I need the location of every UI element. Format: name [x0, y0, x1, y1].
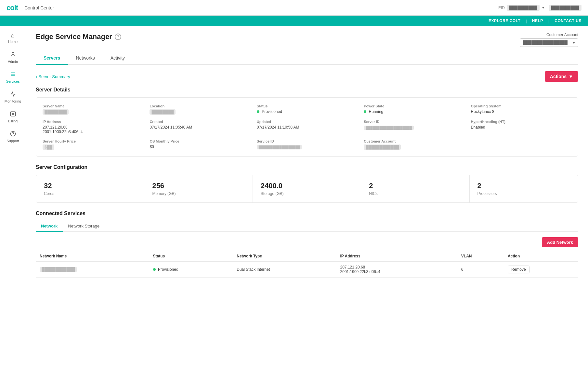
network-status-dot — [153, 268, 156, 271]
sidebar-item-support[interactable]: Support — [0, 128, 26, 146]
network-vlan-cell: 6 — [457, 261, 504, 278]
config-storage-number: 2400.0 — [261, 182, 353, 190]
actions-button[interactable]: Actions ▼ — [545, 71, 578, 82]
top-header: colt Control Center EID ██████████ ▼ ███… — [0, 0, 588, 16]
sidebar-item-monitoring[interactable]: Monitoring — [0, 88, 26, 106]
field-server-id-label: Server ID — [364, 120, 464, 124]
field-location-label: Location — [150, 104, 250, 108]
server-config-title: Server Configuration — [36, 164, 578, 170]
sidebar: ⌂ Home Admin Services Monitoring Billi — [0, 26, 26, 385]
customer-account-select[interactable]: ████████████████ — [520, 38, 578, 47]
sidebar-item-label-services: Services — [6, 79, 20, 83]
sidebar-item-admin[interactable]: Admin — [0, 48, 26, 67]
network-name-value: ████████████ — [40, 267, 77, 272]
network-ip-cell: 207.121.20.68 2001:1900:22b3:d06::4 — [336, 261, 457, 278]
config-memory-label: Memory (GB) — [152, 191, 244, 196]
billing-icon — [10, 111, 16, 118]
config-processors-number: 2 — [477, 182, 570, 190]
field-os-price-label: OS Monthly Price — [150, 139, 250, 143]
field-updated-label: Updated — [257, 120, 357, 124]
field-server-name-value: ████████ — [43, 109, 69, 115]
sidebar-item-billing[interactable]: Billing — [0, 108, 26, 126]
field-hourly-label: Server Hourly Price — [43, 139, 143, 143]
home-icon: ⌂ — [11, 33, 15, 38]
nav-divider-1: | — [526, 19, 527, 23]
add-network-button[interactable]: Add Network — [542, 237, 578, 247]
config-nics-number: 2 — [369, 182, 461, 190]
page-title: Edge Service Manager — [36, 33, 112, 41]
eid-label: EID — [498, 6, 505, 10]
remove-network-button[interactable]: Remove — [508, 266, 529, 273]
customer-account-label: Customer Account — [520, 33, 578, 37]
field-power-state-label: Power State — [364, 104, 464, 108]
config-cores-label: Cores — [44, 191, 136, 196]
eid-value: ██████████ — [507, 5, 540, 11]
nav-divider-2: | — [548, 19, 549, 23]
server-config-card: 32 Cores 256 Memory (GB) 2400.0 Storage … — [36, 175, 578, 203]
nav-help[interactable]: HELP — [532, 19, 543, 23]
brand-logo: colt — [7, 4, 18, 12]
network-name-cell: ████████████ — [36, 261, 149, 278]
field-hourly-value: $██ — [43, 144, 54, 150]
network-action-cell: Remove — [504, 261, 578, 278]
status-dot-provisioned — [257, 110, 259, 113]
tab-networks[interactable]: Networks — [68, 52, 102, 65]
tab-activity[interactable]: Activity — [103, 52, 133, 65]
col-network-name: Network Name — [36, 251, 149, 261]
sidebar-item-label-support: Support — [7, 139, 19, 143]
admin-icon — [10, 51, 16, 58]
support-icon — [10, 131, 16, 138]
field-customer-account: Customer Account ████████████ — [364, 139, 464, 150]
main-tabs: Servers Networks Activity — [36, 52, 578, 65]
field-status-value: Provisioned — [257, 109, 357, 114]
field-updated: Updated 07/17/2024 11:10:50 AM — [257, 120, 357, 134]
config-memory: 256 Memory (GB) — [144, 175, 253, 202]
eid-section: EID ██████████ ▼ — [498, 5, 545, 11]
field-placeholder — [471, 139, 571, 150]
field-customer-acct-label: Customer Account — [364, 139, 464, 143]
nav-explore-colt[interactable]: EXPLORE COLT — [489, 19, 520, 23]
field-location-value: ████████ — [150, 109, 176, 115]
field-service-id: Service ID ██████████████████ — [257, 139, 357, 150]
field-os: Operating System RockyLinux 8 — [471, 104, 571, 115]
config-cores-number: 32 — [44, 182, 136, 190]
nav-contact-us[interactable]: CONTACT US — [555, 19, 581, 23]
page-title-row: Edge Service Manager ? — [36, 33, 121, 41]
connected-services-title: Connected Services — [36, 211, 578, 216]
field-server-id-value: ████████████████████ — [364, 126, 414, 130]
sidebar-item-label-billing: Billing — [8, 119, 18, 123]
field-service-id-label: Service ID — [257, 139, 357, 143]
config-nics: 2 NICs — [361, 175, 469, 202]
col-ip-address: IP Address — [336, 251, 457, 261]
services-icon — [10, 71, 16, 78]
header-right: EID ██████████ ▼ ██████████ — [498, 5, 581, 11]
help-icon[interactable]: ? — [115, 34, 121, 40]
services-tab-network[interactable]: Network — [36, 221, 63, 232]
field-power-state: Power State Running — [364, 104, 464, 115]
config-nics-label: NICs — [369, 191, 461, 196]
sidebar-item-label-monitoring: Monitoring — [5, 99, 21, 103]
sidebar-item-services[interactable]: Services — [0, 68, 26, 87]
sidebar-item-home[interactable]: ⌂ Home — [0, 29, 26, 47]
page-header: Edge Service Manager ? Customer Account … — [36, 33, 578, 47]
sidebar-item-label-admin: Admin — [8, 60, 18, 63]
field-ip-value: 207.121.20.68 2001:1900:22b3:d06::4 — [43, 125, 143, 134]
breadcrumb[interactable]: ‹ Server Summary — [36, 74, 70, 79]
field-updated-value: 07/17/2024 11:10:50 AM — [257, 125, 357, 130]
config-cores: 32 Cores — [36, 175, 144, 202]
user-value: ██████████ — [549, 5, 581, 11]
server-details-title: Server Details — [36, 87, 578, 93]
network-table: Network Name Status Network Type IP Addr… — [36, 251, 578, 278]
eid-dropdown-icon[interactable]: ▼ — [542, 6, 545, 9]
monitoring-icon — [10, 91, 16, 98]
breadcrumb-row: ‹ Server Summary Actions ▼ — [36, 71, 578, 82]
field-status: Status Provisioned — [257, 104, 357, 115]
connected-services-section: Connected Services Network Network Stora… — [36, 211, 578, 278]
col-status: Status — [149, 251, 233, 261]
services-tab-storage[interactable]: Network Storage — [63, 221, 105, 232]
tab-servers[interactable]: Servers — [36, 52, 68, 65]
server-details-grid: Server Name ████████ Location ████████ S… — [43, 104, 571, 150]
config-storage: 2400.0 Storage (GB) — [253, 175, 361, 202]
field-server-name: Server Name ████████ — [43, 104, 143, 115]
config-processors-label: Processors — [477, 191, 570, 196]
